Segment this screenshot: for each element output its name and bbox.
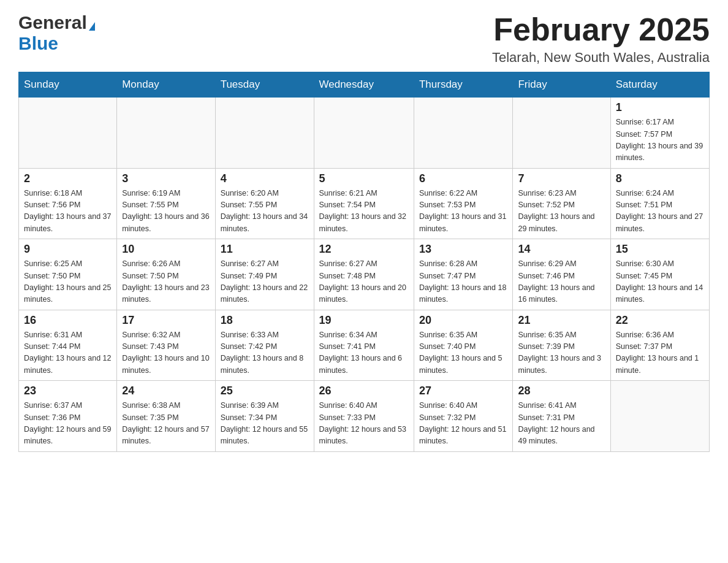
- col-saturday: Saturday: [610, 72, 709, 98]
- day-number: 24: [122, 385, 210, 397]
- table-row: 14Sunrise: 6:29 AM Sunset: 7:46 PM Dayli…: [513, 239, 610, 310]
- table-row: 15Sunrise: 6:30 AM Sunset: 7:45 PM Dayli…: [610, 239, 709, 310]
- table-row: [414, 98, 513, 169]
- table-row: 23Sunrise: 6:37 AM Sunset: 7:36 PM Dayli…: [19, 381, 117, 452]
- table-row: [610, 381, 709, 452]
- day-info: Sunrise: 6:33 AM Sunset: 7:42 PM Dayligh…: [221, 329, 309, 377]
- table-row: 19Sunrise: 6:34 AM Sunset: 7:41 PM Dayli…: [314, 310, 414, 381]
- calendar-week-row: 9Sunrise: 6:25 AM Sunset: 7:50 PM Daylig…: [19, 239, 710, 310]
- day-number: 25: [221, 385, 309, 397]
- table-row: 27Sunrise: 6:40 AM Sunset: 7:32 PM Dayli…: [414, 381, 513, 452]
- table-row: [215, 98, 314, 169]
- day-number: 6: [419, 172, 508, 185]
- logo-blue-text: Blue: [18, 33, 58, 54]
- day-info: Sunrise: 6:31 AM Sunset: 7:44 PM Dayligh…: [24, 329, 112, 377]
- table-row: 7Sunrise: 6:23 AM Sunset: 7:52 PM Daylig…: [513, 168, 610, 239]
- day-info: Sunrise: 6:20 AM Sunset: 7:55 PM Dayligh…: [221, 188, 309, 236]
- table-row: 13Sunrise: 6:28 AM Sunset: 7:47 PM Dayli…: [414, 239, 513, 310]
- table-row: 11Sunrise: 6:27 AM Sunset: 7:49 PM Dayli…: [215, 239, 314, 310]
- col-wednesday: Wednesday: [314, 72, 414, 98]
- day-info: Sunrise: 6:35 AM Sunset: 7:39 PM Dayligh…: [518, 329, 605, 377]
- table-row: [117, 98, 215, 169]
- day-info: Sunrise: 6:27 AM Sunset: 7:49 PM Dayligh…: [221, 258, 309, 306]
- day-info: Sunrise: 6:32 AM Sunset: 7:43 PM Dayligh…: [122, 329, 210, 377]
- day-info: Sunrise: 6:39 AM Sunset: 7:34 PM Dayligh…: [221, 400, 309, 448]
- calendar-week-row: 2Sunrise: 6:18 AM Sunset: 7:56 PM Daylig…: [19, 168, 710, 239]
- day-number: 8: [616, 172, 704, 185]
- calendar-week-row: 1Sunrise: 6:17 AM Sunset: 7:57 PM Daylig…: [19, 98, 710, 169]
- table-row: [314, 98, 414, 169]
- day-info: Sunrise: 6:21 AM Sunset: 7:54 PM Dayligh…: [319, 188, 409, 236]
- day-info: Sunrise: 6:24 AM Sunset: 7:51 PM Dayligh…: [616, 188, 704, 236]
- day-info: Sunrise: 6:26 AM Sunset: 7:50 PM Dayligh…: [122, 258, 210, 306]
- month-title: February 2025: [492, 12, 710, 47]
- table-row: 1Sunrise: 6:17 AM Sunset: 7:57 PM Daylig…: [610, 98, 709, 169]
- day-info: Sunrise: 6:28 AM Sunset: 7:47 PM Dayligh…: [419, 258, 508, 306]
- logo: General Blue: [18, 12, 95, 54]
- col-thursday: Thursday: [414, 72, 513, 98]
- day-number: 10: [122, 243, 210, 256]
- calendar-header-row: Sunday Monday Tuesday Wednesday Thursday…: [19, 72, 710, 98]
- calendar-week-row: 23Sunrise: 6:37 AM Sunset: 7:36 PM Dayli…: [19, 381, 710, 452]
- day-info: Sunrise: 6:25 AM Sunset: 7:50 PM Dayligh…: [24, 258, 112, 306]
- table-row: 10Sunrise: 6:26 AM Sunset: 7:50 PM Dayli…: [117, 239, 215, 310]
- day-number: 4: [221, 172, 309, 185]
- day-number: 13: [419, 243, 508, 256]
- day-number: 18: [221, 314, 309, 327]
- calendar-week-row: 16Sunrise: 6:31 AM Sunset: 7:44 PM Dayli…: [19, 310, 710, 381]
- col-sunday: Sunday: [19, 72, 117, 98]
- day-number: 2: [24, 172, 112, 185]
- day-number: 15: [616, 243, 704, 256]
- table-row: 6Sunrise: 6:22 AM Sunset: 7:53 PM Daylig…: [414, 168, 513, 239]
- table-row: 8Sunrise: 6:24 AM Sunset: 7:51 PM Daylig…: [610, 168, 709, 239]
- day-number: 7: [518, 172, 605, 185]
- day-number: 5: [319, 172, 409, 185]
- day-info: Sunrise: 6:17 AM Sunset: 7:57 PM Dayligh…: [616, 117, 704, 164]
- table-row: 24Sunrise: 6:38 AM Sunset: 7:35 PM Dayli…: [117, 381, 215, 452]
- day-number: 3: [122, 172, 210, 185]
- day-info: Sunrise: 6:30 AM Sunset: 7:45 PM Dayligh…: [616, 258, 704, 306]
- day-info: Sunrise: 6:38 AM Sunset: 7:35 PM Dayligh…: [122, 400, 210, 448]
- day-info: Sunrise: 6:19 AM Sunset: 7:55 PM Dayligh…: [122, 188, 210, 236]
- day-info: Sunrise: 6:23 AM Sunset: 7:52 PM Dayligh…: [518, 188, 605, 236]
- day-number: 26: [319, 385, 409, 397]
- table-row: 9Sunrise: 6:25 AM Sunset: 7:50 PM Daylig…: [19, 239, 117, 310]
- day-info: Sunrise: 6:40 AM Sunset: 7:32 PM Dayligh…: [419, 400, 508, 448]
- day-number: 11: [221, 243, 309, 256]
- table-row: 16Sunrise: 6:31 AM Sunset: 7:44 PM Dayli…: [19, 310, 117, 381]
- page-header: General Blue February 2025 Telarah, New …: [18, 12, 710, 66]
- table-row: [19, 98, 117, 169]
- day-info: Sunrise: 6:27 AM Sunset: 7:48 PM Dayligh…: [319, 258, 409, 306]
- table-row: 18Sunrise: 6:33 AM Sunset: 7:42 PM Dayli…: [215, 310, 314, 381]
- day-number: 19: [319, 314, 409, 327]
- col-friday: Friday: [513, 72, 610, 98]
- day-info: Sunrise: 6:18 AM Sunset: 7:56 PM Dayligh…: [24, 188, 112, 236]
- day-number: 22: [616, 314, 704, 327]
- table-row: 3Sunrise: 6:19 AM Sunset: 7:55 PM Daylig…: [117, 168, 215, 239]
- col-monday: Monday: [117, 72, 215, 98]
- logo-general-text: General: [18, 12, 95, 33]
- calendar-table: Sunday Monday Tuesday Wednesday Thursday…: [18, 72, 710, 452]
- table-row: 4Sunrise: 6:20 AM Sunset: 7:55 PM Daylig…: [215, 168, 314, 239]
- table-row: 5Sunrise: 6:21 AM Sunset: 7:54 PM Daylig…: [314, 168, 414, 239]
- day-number: 28: [518, 385, 605, 397]
- day-number: 20: [419, 314, 508, 327]
- day-number: 1: [616, 101, 704, 114]
- day-number: 16: [24, 314, 112, 327]
- logo-general: General: [18, 12, 87, 33]
- day-info: Sunrise: 6:22 AM Sunset: 7:53 PM Dayligh…: [419, 188, 508, 236]
- day-info: Sunrise: 6:37 AM Sunset: 7:36 PM Dayligh…: [24, 400, 112, 448]
- day-info: Sunrise: 6:35 AM Sunset: 7:40 PM Dayligh…: [419, 329, 508, 377]
- table-row: 20Sunrise: 6:35 AM Sunset: 7:40 PM Dayli…: [414, 310, 513, 381]
- col-tuesday: Tuesday: [215, 72, 314, 98]
- day-number: 21: [518, 314, 605, 327]
- table-row: 2Sunrise: 6:18 AM Sunset: 7:56 PM Daylig…: [19, 168, 117, 239]
- title-block: February 2025 Telarah, New South Wales, …: [492, 12, 710, 66]
- day-number: 23: [24, 385, 112, 397]
- day-number: 27: [419, 385, 508, 397]
- day-number: 9: [24, 243, 112, 256]
- table-row: 28Sunrise: 6:41 AM Sunset: 7:31 PM Dayli…: [513, 381, 610, 452]
- table-row: 12Sunrise: 6:27 AM Sunset: 7:48 PM Dayli…: [314, 239, 414, 310]
- table-row: 21Sunrise: 6:35 AM Sunset: 7:39 PM Dayli…: [513, 310, 610, 381]
- logo-blue: Blue: [18, 33, 58, 53]
